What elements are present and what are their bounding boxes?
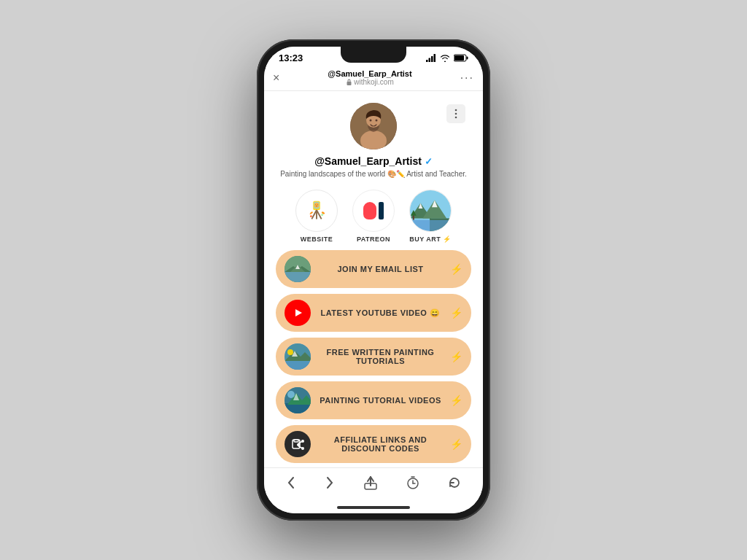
page-content: @Samuel_Earp_Artist ✓ Painting landscape… [264,91,483,467]
svg-rect-2 [431,56,433,62]
svg-point-46 [287,349,293,355]
patreon-logo [363,202,384,219]
svg-line-18 [311,210,317,219]
timer-button[interactable] [400,473,425,495]
patreon-p-shape [363,202,376,219]
phone-frame: 13:23 [257,39,490,521]
avatar-image [350,103,397,149]
svg-rect-54 [294,440,298,442]
email-arrow-icon: ⚡ [450,263,462,275]
browser-username: @Samuel_Earp_Artist [328,69,411,78]
profile-name: @Samuel_Earp_Artist ✓ [314,155,433,167]
tutorials-button[interactable]: FREE WRITTEN PAINTING TUTORIALS ⚡ [276,338,471,376]
svg-point-25 [321,214,323,216]
home-indicator [264,503,483,513]
tutorials-label: FREE WRITTEN PAINTING TUTORIALS [311,348,450,365]
svg-rect-36 [285,271,311,282]
svg-rect-5 [454,55,464,61]
svg-line-19 [317,210,322,219]
svg-point-15 [376,120,378,122]
affiliate-share-icon [290,436,306,452]
svg-rect-1 [429,58,431,63]
back-button[interactable] [280,473,302,495]
dots-vertical-icon [451,109,461,119]
forward-button[interactable] [319,473,341,495]
svg-rect-3 [434,54,436,62]
svg-point-22 [315,204,316,205]
svg-rect-48 [285,403,311,413]
signal-icon [426,54,436,62]
tutorials-arrow-icon: ⚡ [450,351,462,362]
buy-art-icon-circle [409,190,452,232]
youtube-arrow-icon: ⚡ [450,307,462,319]
buy-art-icon-item[interactable]: BUY ART ⚡ [409,190,452,243]
patreon-icon-item[interactable]: PATREON [352,190,395,243]
status-time: 13:23 [279,52,303,63]
patreon-icon-circle [352,190,395,232]
refresh-button[interactable] [442,473,467,495]
svg-point-51 [287,391,295,398]
affiliate-button[interactable]: AFFILIATE LINKS AND DISCOUNT CODES ⚡ [276,425,471,463]
email-landscape-icon [285,256,311,282]
back-icon [286,476,296,489]
svg-point-14 [370,120,372,122]
svg-rect-0 [426,60,428,62]
svg-point-23 [317,204,318,205]
share-icon [364,475,377,490]
email-list-button[interactable]: JOIN MY EMAIL LIST ⚡ [276,250,471,288]
affiliate-arrow-icon: ⚡ [450,438,462,450]
profile-menu-button[interactable] [446,104,465,123]
svg-point-21 [314,203,320,208]
wifi-icon [440,54,450,62]
painting-vid-landscape-icon [285,387,311,413]
profile-bio: Painting landscapes of the world 🎨✏️ Art… [280,169,467,179]
tutorial-landscape-icon [285,343,311,370]
painting-videos-label: PAINTING TUTORIAL VIDEOS [311,396,450,405]
home-bar [337,506,410,509]
profile-section: @Samuel_Earp_Artist ✓ Painting landscape… [276,98,471,179]
website-icon [303,197,330,225]
svg-point-9 [455,113,457,115]
forward-icon [325,476,335,489]
svg-rect-43 [285,359,311,370]
battery-icon [454,54,468,62]
website-label: WEBSITE [301,236,333,243]
bottom-nav [264,467,483,503]
browser-url: @Samuel_Earp_Artist withkoji.com [279,69,460,86]
buy-art-landscape [410,190,451,232]
svg-point-58 [301,447,304,450]
website-icon-item[interactable]: WEBSITE [295,190,338,243]
email-list-label: JOIN MY EMAIL LIST [311,265,450,273]
youtube-button[interactable]: LATEST YOUTUBE VIDEO 😄 ⚡ [276,294,471,332]
painting-vid-icon [285,387,311,413]
svg-rect-6 [467,57,468,60]
affiliate-icon [285,431,311,457]
browser-domain: withkoji.com [346,78,393,86]
phone-screen: 13:23 [264,47,483,513]
buy-art-label: BUY ART ⚡ [409,236,452,243]
browser-bar: × @Samuel_Earp_Artist withkoji.com ··· [264,66,483,91]
phone-notch [341,47,406,63]
browser-close-button[interactable]: × [273,71,279,85]
svg-point-57 [301,440,304,443]
painting-videos-button[interactable]: PAINTING TUTORIAL VIDEOS ⚡ [276,381,471,419]
svg-point-8 [455,109,457,112]
tutorial-icon [285,343,311,370]
svg-point-10 [455,117,457,119]
youtube-icon [285,300,311,326]
timer-icon [406,476,419,489]
svg-rect-30 [410,220,451,231]
website-icon-circle [295,190,338,232]
painting-arrow-icon: ⚡ [450,394,462,406]
browser-menu-button[interactable]: ··· [460,71,474,85]
lock-icon [346,79,352,85]
share-button[interactable] [358,472,383,496]
patreon-label: PATREON [357,236,390,243]
patreon-bar-shape [379,202,384,219]
svg-point-24 [310,215,312,217]
email-icon [285,256,311,282]
youtube-play-icon [290,307,306,319]
verified-badge: ✓ [425,156,433,167]
youtube-label: LATEST YOUTUBE VIDEO 😄 [311,308,450,318]
avatar [350,103,397,149]
